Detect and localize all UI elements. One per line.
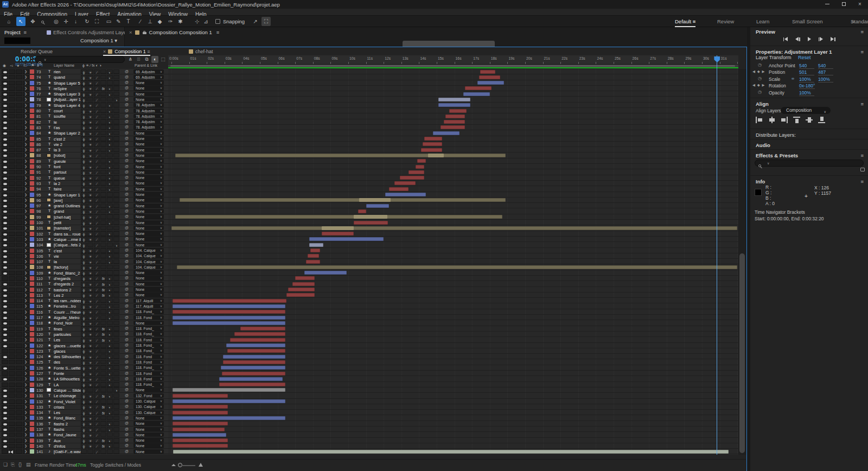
graph-row[interactable] [168,410,738,415]
layer-name[interactable]: [robot] [54,153,81,158]
fx-switch[interactable]: fx [100,438,106,443]
parent-link-dropdown[interactable]: 78. Adjustm∨ [133,109,164,113]
parent-link-dropdown[interactable]: None∨ [133,187,164,192]
well-solo[interactable] [16,360,22,364]
layer-name[interactable]: faire [54,187,81,192]
well-solo[interactable] [16,304,22,308]
parent-link-dropdown[interactable]: None∨ [133,276,164,281]
fx-switch[interactable] [100,432,106,437]
quality-switch[interactable]: ∕ [94,198,100,202]
expand-arrow-icon[interactable]: ❯ [24,226,27,230]
parent-link-dropdown[interactable]: 118. Fond_∨ [133,354,164,359]
graph-row[interactable] [168,169,738,175]
parent-link-dropdown[interactable]: None∨ [133,287,164,292]
layer-row[interactable]: ❯141♪[Gaël-F...e.wav]∕@None∨ [0,449,168,454]
fx-switch[interactable] [100,109,106,113]
quality-switch[interactable]: ∕ [94,125,100,130]
well-solo[interactable] [16,137,22,141]
graph-row[interactable] [168,108,738,113]
quality-switch[interactable]: ∕ [94,326,100,331]
layer-row[interactable]: ❯130Calque ... Sliderɸ∕◑@None∨ [0,387,168,393]
well-audio[interactable] [9,432,15,437]
adjustment-switch[interactable] [113,158,119,163]
layer-duration-bar[interactable] [175,215,502,219]
shy-switch[interactable]: ɸ [81,348,87,353]
layer-duration-bar[interactable] [173,299,286,303]
rectangle-tool-icon[interactable]: ▭ [104,17,113,26]
graph-row[interactable] [168,103,738,108]
motion-blur-switch[interactable] [107,214,113,219]
parent-pickwhip-icon[interactable]: @ [125,276,129,279]
orbit-camera-tool-icon[interactable]: ◎ [52,17,61,26]
well-eye[interactable] [2,159,8,163]
layer-row[interactable]: ❯77★Shape Layer 3ɸ☀∕◐@None∨ [0,91,168,97]
parent-pickwhip-icon[interactable]: @ [125,416,129,419]
hand-tool-icon[interactable]: ✥ [28,17,37,26]
quality-switch[interactable]: ∕ [94,298,100,303]
layer-duration-bar[interactable] [173,388,286,392]
well-solo[interactable] [16,159,22,163]
quality-switch[interactable]: ∕ [94,416,100,421]
tab-project[interactable]: Project≡ [4,29,27,35]
expand-arrow-icon[interactable]: ❯ [24,159,27,163]
well-audio[interactable] [9,405,15,409]
collapse-switch[interactable]: ☀ [87,298,93,303]
layer-duration-bar[interactable] [358,209,366,213]
layer-row[interactable]: ❯140Td'infosɸ☀∕fx◐@None∨ [0,443,168,449]
zoom-out-mountain-icon[interactable] [171,464,176,466]
layer-color-swatch[interactable] [30,432,34,437]
adjustment-switch[interactable] [113,214,119,219]
collapse-switch[interactable]: ☀ [87,326,93,331]
play-button[interactable] [808,36,811,42]
well-solo[interactable] [16,254,22,258]
fx-switch[interactable] [100,298,106,303]
parent-pickwhip-icon[interactable]: @ [125,114,129,118]
graph-row[interactable] [168,264,738,270]
well-audio[interactable] [9,237,15,241]
expand-arrow-icon[interactable]: ❯ [24,298,27,302]
layer-duration-bar[interactable] [221,366,285,370]
toggle-switches-modes-button[interactable]: Toggle Switches / Modes [90,462,141,468]
shy-switch[interactable]: ɸ [81,198,87,202]
layer-duration-bar[interactable] [449,109,467,113]
shy-switch[interactable]: ɸ [81,338,87,342]
shy-switch[interactable]: ɸ [81,443,87,448]
well-audio[interactable] [9,310,15,314]
adjustment-switch[interactable] [113,226,119,231]
adjustment-switch[interactable] [113,253,119,258]
layer-name[interactable]: grand [54,209,81,214]
layer-row[interactable]: ❯74Tquandɸ☀∕◐@69. Adjustm∨ [0,74,168,80]
quality-switch[interactable]: ∕ [94,399,100,404]
fx-switch[interactable] [100,181,106,186]
fx-switch[interactable] [100,192,106,197]
motion-blur-switch[interactable]: ◐ [107,427,113,432]
parent-link-dropdown[interactable]: 69. Adjustm∨ [133,69,164,74]
motion-blur-switch[interactable] [107,449,113,454]
layer-row[interactable]: ❯133Tcrisesɸ☀∕fx◐@130. Calque∨ [0,404,168,410]
motion-blur-switch[interactable]: ◐ [107,164,113,169]
layer-name[interactable]: [Adjust...ayer 1] [54,97,81,102]
adjustment-switch[interactable] [113,198,119,202]
effects-presets-panel-header[interactable]: Effects & Presets≡ [750,151,868,158]
stopwatch-icon[interactable]: ◷ [758,62,762,67]
fx-switch[interactable] [100,187,106,192]
parent-link-dropdown[interactable]: 118. Fond_∨ [133,326,164,331]
well-solo[interactable] [16,310,22,314]
layer-duration-bar[interactable] [441,125,465,129]
quality-switch[interactable]: ∕ [94,449,100,454]
graph-row[interactable] [168,281,738,287]
collapse-switch[interactable]: ☀ [87,332,93,336]
layer-row[interactable]: ❯112Tbastons 2ɸ☀∕fx◐@None∨ [0,287,168,292]
shy-switch[interactable]: ɸ [81,153,87,158]
well-audio[interactable] [9,399,15,404]
collapse-switch[interactable]: ☀ [87,237,93,241]
collapse-switch[interactable]: ☀ [87,209,93,214]
parent-link-dropdown[interactable]: None∨ [133,243,164,247]
well-audio[interactable] [9,371,15,375]
expand-arrow-icon[interactable]: ❯ [24,410,27,414]
shy-switch[interactable]: ɸ [81,170,87,175]
expand-arrow-icon[interactable]: ❯ [24,81,27,85]
well-audio[interactable] [9,125,15,130]
graph-row[interactable] [168,393,738,398]
layer-color-swatch[interactable] [30,383,34,387]
